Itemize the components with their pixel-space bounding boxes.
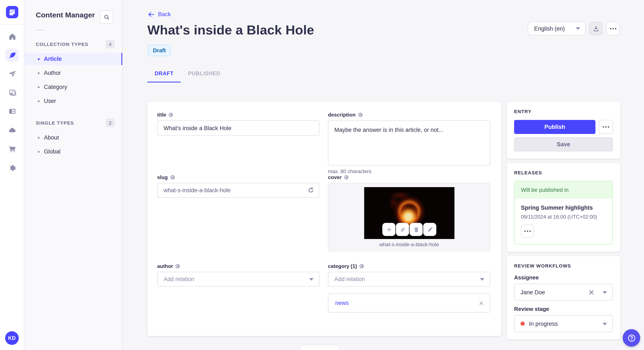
help-button[interactable] (623, 329, 640, 347)
publish-button[interactable]: Publish (514, 120, 596, 134)
strapi-logo[interactable] (6, 6, 18, 18)
sidebar-item-label: User (44, 98, 56, 104)
sidebar-item-author[interactable]: Author (24, 67, 122, 79)
locale-select[interactable]: English (en) (528, 22, 586, 35)
releases-icon[interactable] (6, 67, 19, 80)
ellipsis-icon (524, 230, 531, 232)
copy-link-button[interactable] (396, 223, 409, 236)
entry-panel: ENTRY Publish Save (507, 102, 620, 159)
export-button[interactable] (589, 22, 603, 35)
description-hint: max. 80 characters (328, 169, 490, 174)
review-stage-select[interactable]: In progress (514, 315, 613, 332)
entry-more-button[interactable] (599, 120, 613, 134)
release-more-button[interactable] (521, 224, 534, 238)
more-actions-button[interactable] (606, 22, 620, 35)
home-icon[interactable] (6, 30, 19, 43)
section-collection-types: COLLECTION TYPES 4 (24, 39, 122, 49)
content-type-builder-icon[interactable] (6, 105, 19, 118)
refresh-icon (308, 187, 314, 193)
rail-divider (0, 24, 24, 25)
description-textarea[interactable]: Maybe the answer is in this article, or … (328, 120, 490, 166)
link-icon (400, 226, 406, 232)
delete-asset-button[interactable] (410, 223, 423, 236)
chevron-down-icon (309, 278, 314, 281)
globe-icon (175, 264, 180, 269)
stage-value: In progress (529, 321, 558, 327)
review-stage-label: Review stage (514, 306, 613, 312)
side-panels: ENTRY Publish Save RELEASES Will be publ… (507, 102, 620, 344)
subnav-title: Content Manager (36, 11, 95, 19)
review-workflows-panel: REVIEW WORKFLOWS Assignee Jane Doe Revie… (507, 256, 620, 339)
category-field-label: category (1) (328, 263, 490, 269)
assignee-value: Jane Doe (520, 289, 545, 295)
cover-image (364, 187, 454, 239)
bullet-icon (38, 151, 40, 153)
section-count-badge: 2 (106, 119, 114, 127)
save-button[interactable]: Save (514, 137, 613, 151)
slug-input[interactable] (157, 183, 320, 198)
arrow-left-icon (148, 11, 154, 17)
author-placeholder: Add relation (164, 276, 194, 282)
sidebar-item-article[interactable]: Article (24, 53, 122, 65)
remove-relation-icon[interactable] (479, 301, 484, 306)
bullet-icon (38, 58, 40, 60)
tab-published[interactable]: PUBLISHED (181, 67, 228, 82)
releases-panel-title: RELEASES (514, 170, 613, 175)
cover-filename: what-s-inside-a-black-hole (328, 242, 490, 247)
section-label: COLLECTION TYPES (36, 42, 88, 47)
slug-field-label: slug (157, 174, 320, 180)
plus-icon (386, 226, 392, 232)
marketplace-cart-icon[interactable] (6, 142, 19, 155)
sidebar-item-category[interactable]: Category (24, 81, 122, 93)
assignee-label: Assignee (514, 274, 613, 281)
sidebar-item-label: About (44, 134, 59, 141)
content-manager-icon[interactable] (6, 48, 19, 62)
sidebar-item-about[interactable]: About (24, 131, 122, 144)
locale-value: English (en) (534, 25, 565, 32)
cover-toolbar (382, 223, 436, 236)
cloud-deploy-icon[interactable] (6, 123, 19, 137)
globe-icon (170, 175, 175, 180)
chevron-down-icon (603, 291, 607, 294)
sidebar-item-label: Article (44, 56, 62, 62)
sidebar-item-global[interactable]: Global (24, 146, 122, 158)
next-section-card-edge (300, 345, 340, 350)
tab-draft[interactable]: DRAFT (147, 67, 181, 82)
relation-link-news[interactable]: news (335, 300, 348, 306)
page-title: What's inside a Black Hole (147, 22, 314, 38)
search-button[interactable] (100, 10, 113, 24)
content-manager-subnav: Content Manager COLLECTION TYPES 4 Artic… (24, 0, 123, 350)
back-link[interactable]: Back (148, 11, 171, 17)
search-icon (103, 14, 110, 20)
media-library-icon[interactable] (6, 86, 19, 99)
description-field-label: description (328, 112, 490, 118)
release-name: Spring Summer highlights (521, 204, 606, 211)
user-avatar[interactable]: KD (5, 331, 19, 345)
globe-icon (358, 112, 363, 117)
pencil-icon (427, 226, 433, 232)
release-date: 09/11/2024 at 16:00 (UTC+02:00) (521, 214, 606, 220)
author-relation-combobox[interactable]: Add relation (157, 272, 320, 287)
add-asset-button[interactable] (382, 223, 396, 236)
sidebar-item-user[interactable]: User (24, 95, 122, 107)
globe-icon (359, 264, 364, 269)
ellipsis-icon (610, 28, 616, 29)
edit-asset-button[interactable] (423, 223, 436, 236)
stage-status-dot (520, 322, 525, 326)
settings-gear-icon[interactable] (6, 161, 19, 174)
section-label: SINGLE TYPES (36, 120, 74, 126)
strapi-admin: KD Content Manager COLLECTION TYPES 4 Ar… (0, 0, 644, 350)
title-input[interactable] (157, 120, 320, 136)
status-badge: Draft (148, 45, 171, 56)
clear-assignee-icon[interactable] (588, 289, 594, 296)
subnav-divider (36, 30, 44, 31)
bullet-icon (38, 86, 40, 88)
category-relation-combobox[interactable]: Add relation (328, 272, 490, 287)
globe-icon (344, 175, 349, 180)
release-card: Will be published in Spring Summer highl… (514, 181, 613, 245)
ellipsis-icon (603, 126, 609, 128)
assignee-select[interactable]: Jane Doe (514, 284, 613, 301)
sidebar-item-label: Category (44, 84, 67, 90)
version-tabs: DRAFT PUBLISHED (147, 67, 228, 82)
regenerate-slug-button[interactable] (308, 187, 314, 195)
